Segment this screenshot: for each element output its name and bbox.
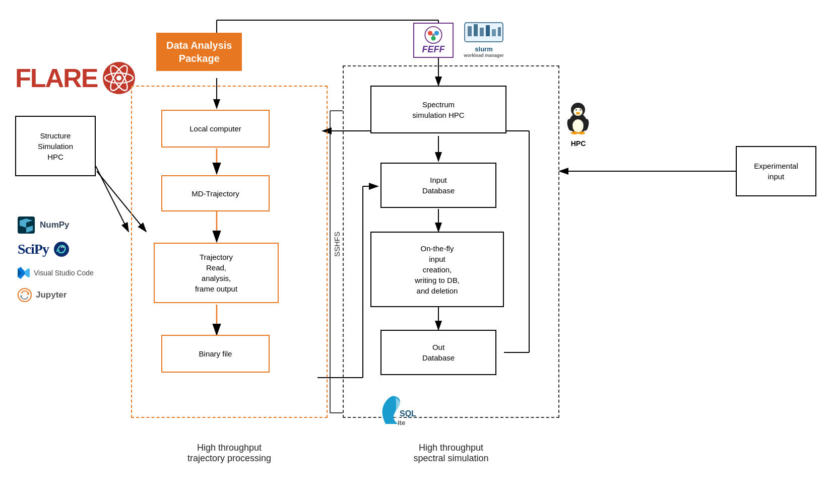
svg-point-33	[432, 34, 435, 37]
slurm-text: slurm	[475, 45, 492, 53]
svg-point-47	[575, 109, 577, 110]
svg-rect-38	[486, 25, 490, 36]
svg-rect-37	[480, 28, 484, 36]
svg-point-30	[428, 31, 432, 35]
numpy-text: NumPy	[40, 220, 70, 230]
scipy-icon	[53, 241, 70, 258]
feff-text: FEFF	[422, 44, 445, 55]
vscode-item: Visual Studio Code	[18, 267, 94, 279]
flare-logo: FLARE	[15, 60, 137, 96]
diagram-container: FLARE Structure Simulation HPC Data Anal…	[0, 0, 832, 504]
svg-rect-39	[492, 29, 496, 36]
svg-point-58	[18, 289, 31, 302]
experimental-input-box: Experimental input	[736, 146, 816, 196]
linux-penguin: HPC	[564, 101, 592, 148]
vscode-icon	[18, 267, 30, 279]
struct-sim-label: Structure Simulation HPC	[38, 130, 73, 162]
numpy-icon	[18, 217, 35, 234]
svg-point-57	[54, 242, 69, 257]
traj-read-box: Trajectory Read, analysis, frame output	[154, 243, 279, 303]
svg-point-48	[580, 109, 581, 110]
experimental-input-label: Experimental input	[754, 161, 798, 182]
svg-point-49	[576, 112, 580, 115]
slurm-logo: slurm workload manager	[464, 20, 504, 58]
feff-logo: FEFF	[413, 23, 454, 58]
sqlite-logo: SQL ite	[375, 394, 421, 431]
md-trajectory-box: MD-Trajectory	[161, 175, 270, 211]
hpc-label-text: HPC	[564, 139, 592, 148]
svg-point-50	[571, 131, 578, 134]
spectrum-sim-box: Spectrum simulation HPC	[370, 86, 506, 133]
sqlite-icon: SQL ite	[375, 394, 421, 429]
jupyter-item: Jupyter	[18, 288, 67, 302]
numpy-item: NumPy	[18, 217, 70, 234]
svg-rect-36	[474, 24, 478, 36]
traj-processing-text: High throughput trajectory processing	[187, 443, 271, 463]
binary-file-label: Binary file	[199, 348, 232, 359]
scipy-text: SciPy	[18, 241, 49, 257]
spectral-sim-label: High throughput spectral simulation	[343, 443, 559, 464]
svg-point-51	[578, 131, 585, 134]
slurm-subtitle: workload manager	[464, 53, 504, 58]
svg-rect-35	[468, 26, 472, 36]
local-computer-label: Local computer	[189, 123, 241, 134]
svg-point-44	[573, 108, 583, 116]
feff-icon	[421, 26, 446, 44]
input-db-box: Input Database	[380, 163, 496, 208]
feff-slurm-area: FEFF slurm workload manager	[413, 20, 504, 58]
flare-text: FLARE	[15, 63, 97, 93]
input-db-label: Input Database	[422, 175, 455, 196]
on-the-fly-label: On-the-fly input creation, writing to DB…	[415, 243, 460, 296]
svg-point-32	[431, 36, 435, 40]
dap-label: Data Analysis Package	[166, 40, 232, 64]
svg-text:SQL: SQL	[400, 409, 416, 418]
traj-processing-label: High throughput trajectory processing	[131, 443, 328, 464]
jupyter-text: Jupyter	[36, 290, 67, 300]
binary-file-box: Binary file	[161, 335, 270, 373]
on-the-fly-box: On-the-fly input creation, writing to DB…	[370, 232, 504, 307]
spectral-sim-text: High throughput spectral simulation	[413, 443, 488, 463]
md-trajectory-label: MD-Trajectory	[191, 188, 239, 199]
svg-point-28	[116, 76, 121, 81]
struct-sim-box: Structure Simulation HPC	[15, 116, 96, 176]
tux-icon	[564, 101, 592, 136]
svg-point-31	[434, 31, 439, 35]
out-db-label: Out Database	[422, 342, 455, 363]
dap-header: Data Analysis Package	[156, 33, 242, 71]
scipy-item: SciPy	[18, 241, 70, 258]
slurm-icon	[464, 20, 504, 45]
spectrum-sim-label: Spectrum simulation HPC	[412, 99, 464, 120]
traj-read-label: Trajectory Read, analysis, frame output	[195, 252, 237, 294]
sshfs-label: SSHFS	[333, 232, 341, 257]
local-computer-box: Local computer	[161, 110, 270, 148]
svg-text:ite: ite	[398, 419, 405, 426]
jupyter-icon	[18, 288, 32, 302]
svg-rect-40	[498, 27, 501, 36]
vscode-text: Visual Studio Code	[34, 269, 94, 277]
svg-point-42	[572, 119, 584, 132]
out-db-box: Out Database	[380, 330, 496, 375]
svg-line-2	[96, 166, 129, 232]
